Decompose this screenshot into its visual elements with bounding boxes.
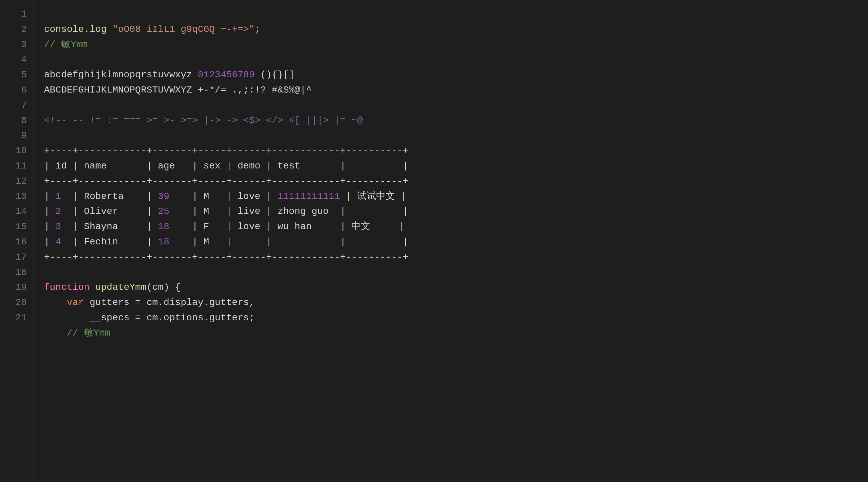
line-number: 10 [7, 143, 27, 159]
code-line: function updateYmm(cm) { [44, 280, 858, 295]
token: gutters = cm.display.gutters, [84, 297, 255, 308]
line-number: 16 [7, 235, 27, 250]
line-number: 21 [7, 310, 27, 326]
token: function [44, 282, 89, 293]
token: 18 [158, 237, 169, 247]
line-number: 13 [7, 189, 27, 204]
code-line: // 敏Ymm [44, 326, 858, 341]
token: __specs = cm.options.gutters; [44, 313, 255, 323]
token: log [89, 24, 106, 35]
line-number: 15 [7, 219, 27, 235]
line-number: 5 [7, 67, 27, 83]
line-number: 17 [7, 250, 27, 265]
token: +----+------------+-------+-----+------+… [44, 145, 408, 156]
token [89, 282, 95, 293]
token: updateYmm [95, 282, 146, 293]
line-number: 6 [7, 83, 27, 98]
token: | Roberta | [61, 191, 158, 202]
token: | M | live | zhong guo | | [169, 206, 409, 217]
token: 2 [56, 206, 61, 217]
code-line [44, 98, 858, 113]
token: console [44, 24, 84, 35]
token: 11111111111 [277, 191, 340, 202]
token [107, 24, 112, 35]
code-line: +----+------------+-------+-----+------+… [44, 143, 858, 159]
code-line: +----+------------+-------+-----+------+… [44, 250, 858, 265]
token: 4 [56, 237, 61, 247]
line-number: 11 [7, 159, 27, 174]
token: | Shayna | [61, 221, 158, 232]
token: // 敏Ymm [44, 39, 88, 50]
line-number: 8 [7, 113, 27, 128]
line-number: 3 [7, 37, 27, 53]
token: 1 [56, 191, 61, 202]
code-line: | id | name | age | sex | demo | test | … [44, 159, 858, 174]
line-number: 1 [7, 7, 27, 22]
line-number: 14 [7, 204, 27, 219]
line-numbers: 123456789101112131415161718192021 [0, 0, 34, 482]
token: (cm) { [146, 282, 181, 293]
token: <!-- -- != := === >= >- >=> |-> -> <$> <… [44, 115, 363, 126]
line-number: 2 [7, 22, 27, 37]
code-line: // 敏Ymm [44, 37, 858, 53]
code-line: abcdefghijklmnopqrstuvwxyz 0123456789 ()… [44, 67, 858, 83]
token: | [44, 206, 56, 217]
code-area[interactable]: console.log "oO08 iIlL1 g9qCGQ ~-+=>";//… [34, 0, 868, 482]
token: 39 [158, 191, 169, 202]
token: 0123456789 [198, 69, 255, 80]
code-line: console.log "oO08 iIlL1 g9qCGQ ~-+=>"; [44, 22, 858, 37]
token: (){}[] [255, 69, 295, 80]
token: abcdefghijklmnopqrstuvwxyz [44, 69, 198, 80]
code-line: <!-- -- != := === >= >- >=> |-> -> <$> <… [44, 113, 858, 128]
token: | M | | | | [169, 237, 409, 247]
line-number: 20 [7, 295, 27, 310]
line-number: 9 [7, 128, 27, 143]
token: +----+------------+-------+-----+------+… [44, 176, 408, 186]
token: 3 [56, 221, 61, 232]
token: ABCDEFGHIJKLMNOPQRSTUVWXYZ +-*/= .,;:!? … [44, 85, 312, 95]
line-number: 12 [7, 174, 27, 189]
token: | Fechin | [61, 237, 158, 247]
token: | [44, 191, 56, 202]
token: | [44, 221, 56, 232]
token [44, 297, 67, 308]
code-line [44, 265, 858, 280]
token: | F | love | wu han | 中文 | [169, 221, 405, 232]
token: | 试试中文 | [340, 191, 407, 202]
line-number: 19 [7, 280, 27, 295]
token: // 敏Ymm [44, 328, 110, 338]
code-line: | 1 | Roberta | 39 | M | love | 11111111… [44, 189, 858, 204]
token: "oO08 iIlL1 g9qCGQ ~-+=>" [112, 24, 255, 35]
token: 18 [158, 221, 169, 232]
token: | [44, 237, 56, 247]
code-line: __specs = cm.options.gutters; [44, 310, 858, 326]
token: ; [255, 24, 261, 35]
code-line [44, 128, 858, 143]
token: . [84, 24, 90, 35]
line-number: 7 [7, 98, 27, 113]
line-number: 18 [7, 265, 27, 280]
code-line: ABCDEFGHIJKLMNOPQRSTUVWXYZ +-*/= .,;:!? … [44, 83, 858, 98]
token: | Oliver | [61, 206, 158, 217]
code-line: | 2 | Oliver | 25 | M | live | zhong guo… [44, 204, 858, 219]
token: | M | love | [169, 191, 277, 202]
token: 25 [158, 206, 169, 217]
code-line: | 4 | Fechin | 18 | M | | | | [44, 235, 858, 250]
code-line: var gutters = cm.display.gutters, [44, 295, 858, 310]
token: var [67, 297, 84, 308]
token: +----+------------+-------+-----+------+… [44, 252, 408, 262]
code-line: | 3 | Shayna | 18 | F | love | wu han | … [44, 219, 858, 235]
code-line [44, 52, 858, 67]
token: | id | name | age | sex | demo | test | … [44, 161, 408, 171]
code-line: +----+------------+-------+-----+------+… [44, 174, 858, 189]
line-number: 4 [7, 52, 27, 67]
